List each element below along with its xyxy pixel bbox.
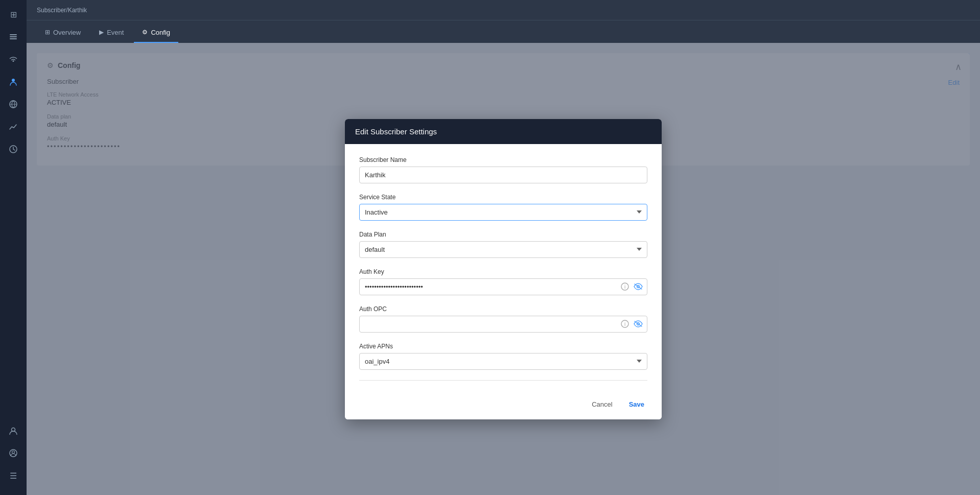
event-icon: ▶ xyxy=(99,29,104,36)
auth-opc-input[interactable] xyxy=(359,316,647,333)
modal-footer: Cancel Save xyxy=(345,389,662,419)
edit-modal: Edit Subscriber Settings Subscriber Name… xyxy=(345,119,662,419)
sidebar: ⊞ xyxy=(0,0,27,495)
tab-config[interactable]: ⚙ Config xyxy=(134,22,178,43)
account-icon[interactable] xyxy=(4,444,22,462)
service-state-select[interactable]: Active Inactive xyxy=(359,204,647,221)
auth-opc-visibility-icon[interactable] xyxy=(633,319,643,329)
profile-icon[interactable] xyxy=(4,421,22,440)
main-area: Subscriber/Karthik ⊞ Overview ▶ Event ⚙ … xyxy=(27,0,980,495)
modal-overlay: Edit Subscriber Settings Subscriber Name… xyxy=(27,43,980,495)
breadcrumb: Subscriber/Karthik xyxy=(37,7,87,14)
tab-event[interactable]: ▶ Event xyxy=(91,22,132,43)
active-apns-group: Active APNs oai_ipv4 xyxy=(359,343,647,370)
data-plan-select[interactable]: default xyxy=(359,241,647,258)
tab-overview[interactable]: ⊞ Overview xyxy=(37,22,89,43)
svg-rect-1 xyxy=(10,36,17,37)
page-content: Edit Details ⚙ Config ∧ Subscriber Edit … xyxy=(27,43,980,495)
menu-icon[interactable]: ☰ xyxy=(4,466,22,485)
tab-bar: ⊞ Overview ▶ Event ⚙ Config xyxy=(27,20,980,43)
users-icon[interactable] xyxy=(4,73,22,91)
auth-opc-group: Auth OPC i xyxy=(359,305,647,333)
service-state-group: Service State Active Inactive xyxy=(359,194,647,221)
active-apns-label: Active APNs xyxy=(359,343,647,350)
modal-divider xyxy=(359,380,647,381)
service-state-label: Service State xyxy=(359,194,647,201)
svg-point-3 xyxy=(12,79,15,82)
data-plan-group: Data Plan default xyxy=(359,231,647,258)
config-tab-icon: ⚙ xyxy=(142,29,148,36)
clock-icon[interactable] xyxy=(4,140,22,158)
svg-rect-2 xyxy=(10,38,17,39)
svg-rect-0 xyxy=(10,34,17,35)
svg-text:i: i xyxy=(624,284,625,290)
wifi-icon[interactable] xyxy=(4,50,22,68)
auth-key-icons: i xyxy=(620,281,643,292)
save-button[interactable]: Save xyxy=(624,397,649,411)
auth-key-modal-label: Auth Key xyxy=(359,268,647,275)
auth-opc-input-wrapper: i xyxy=(359,316,647,333)
auth-key-info-icon[interactable]: i xyxy=(620,281,630,292)
active-apns-select[interactable]: oai_ipv4 xyxy=(359,353,647,370)
chart-icon[interactable] xyxy=(4,117,22,136)
layers-icon[interactable] xyxy=(4,28,22,46)
modal-body: Subscriber Name Service State Active Ina… xyxy=(345,144,662,389)
overview-icon: ⊞ xyxy=(45,29,50,36)
auth-key-group: Auth Key i xyxy=(359,268,647,295)
auth-opc-info-icon[interactable]: i xyxy=(620,319,630,329)
svg-point-8 xyxy=(12,451,15,454)
svg-text:i: i xyxy=(624,321,625,327)
auth-opc-icons: i xyxy=(620,319,643,329)
modal-title: Edit Subscriber Settings xyxy=(355,127,437,136)
cancel-button[interactable]: Cancel xyxy=(587,397,617,411)
grid-icon[interactable]: ⊞ xyxy=(4,5,22,23)
auth-key-input-wrapper: i xyxy=(359,278,647,295)
subscriber-name-label: Subscriber Name xyxy=(359,156,647,163)
top-nav: Subscriber/Karthik xyxy=(27,0,980,20)
data-plan-modal-label: Data Plan xyxy=(359,231,647,238)
modal-header: Edit Subscriber Settings xyxy=(345,119,662,144)
auth-key-visibility-icon[interactable] xyxy=(633,281,643,292)
subscriber-name-group: Subscriber Name xyxy=(359,156,647,183)
globe-icon[interactable] xyxy=(4,95,22,113)
subscriber-name-input[interactable] xyxy=(359,167,647,183)
auth-opc-label: Auth OPC xyxy=(359,305,647,313)
auth-key-input[interactable] xyxy=(359,278,647,295)
